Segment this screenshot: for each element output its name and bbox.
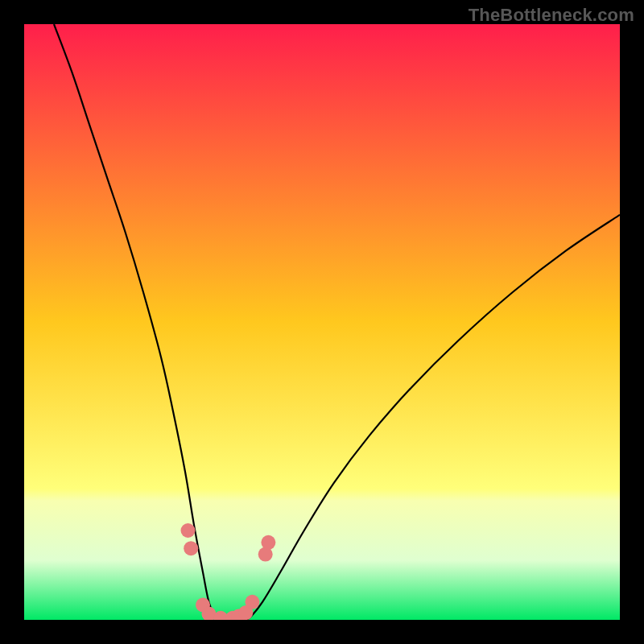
gradient-background	[24, 24, 620, 620]
chart-svg	[24, 24, 620, 620]
watermark-text: TheBottleneck.com	[469, 5, 634, 26]
chart-frame: TheBottleneck.com	[0, 0, 644, 644]
marker-dot	[181, 523, 196, 538]
marker-dot	[245, 595, 259, 609]
plot-area	[24, 24, 620, 620]
marker-dot	[184, 541, 198, 555]
marker-dot	[261, 535, 275, 550]
